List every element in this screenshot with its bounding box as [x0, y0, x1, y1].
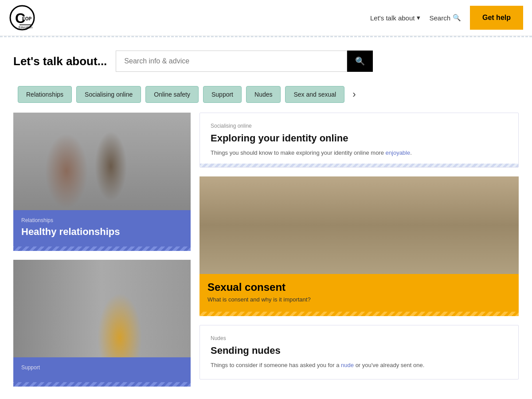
card-healthy-relationships[interactable]: Relationships Healthy relationships — [13, 113, 191, 251]
card2-image — [13, 260, 191, 357]
card1-stripe — [13, 246, 191, 251]
search-input[interactable] — [116, 51, 347, 72]
card5-desc-link1[interactable]: nude — [341, 362, 354, 368]
card4-image — [200, 176, 519, 274]
card3-desc-link[interactable]: enjoyable — [386, 149, 411, 156]
card3-description: Things you should know to make exploring… — [211, 149, 508, 157]
card3-title: Exploring your identity online — [211, 133, 508, 144]
category-pill-relationships[interactable]: Relationships — [18, 86, 72, 103]
card4-title: Sexual consent — [207, 281, 511, 293]
nav-search-label: Search — [429, 14, 450, 22]
svg-text:Education: Education — [19, 26, 32, 29]
header-divider — [0, 36, 532, 37]
card1-overlay: Relationships Healthy relationships — [13, 210, 191, 246]
card5-category: Nudes — [211, 335, 508, 341]
nav-talk-about[interactable]: Let's talk about ▾ — [370, 14, 420, 22]
search-bar: 🔍 — [116, 51, 373, 72]
categories-next-button[interactable]: › — [349, 85, 359, 104]
card2-stripe — [13, 382, 191, 387]
right-column: Socialising online Exploring your identi… — [200, 113, 519, 387]
card3-category: Socialising online — [211, 123, 508, 129]
card1-category: Relationships — [21, 217, 183, 223]
header: C EOP Education Let's talk about ▾ Searc… — [0, 0, 532, 36]
card5-desc-mid: or you've already sent one. — [354, 362, 424, 368]
card5-title: Sending nudes — [211, 345, 508, 356]
hero-section: Let's talk about... 🔍 — [0, 37, 532, 81]
category-pill-sex[interactable]: Sex and sexual — [285, 86, 344, 103]
card-sexual-consent[interactable]: Sexual consent What is consent and why i… — [200, 176, 519, 316]
category-pill-support[interactable]: Support — [203, 86, 242, 103]
card5-desc-text1: Things to consider if someone has asked … — [211, 362, 341, 368]
card4-description: What is consent and why is it important? — [207, 296, 511, 303]
card3-desc-text1: Things you should know to make exploring… — [211, 149, 386, 156]
card3-desc-text2: . — [410, 149, 412, 156]
header-nav: Let's talk about ▾ Search 🔍 Get help — [370, 6, 523, 30]
category-pill-nudes[interactable]: Nudes — [246, 86, 281, 103]
search-icon: 🔍 — [453, 14, 461, 22]
logo-area: C EOP Education — [9, 4, 35, 31]
ceop-logo: C EOP Education — [9, 4, 35, 31]
category-pill-socialising[interactable]: Socialising online — [76, 86, 141, 103]
get-help-button[interactable]: Get help — [470, 6, 523, 30]
card1-title: Healthy relationships — [21, 226, 183, 238]
card-support[interactable]: Support — [13, 260, 191, 387]
card2-overlay: Support — [13, 357, 191, 382]
card3-stripe — [200, 164, 518, 167]
card-nudes[interactable]: Nudes Sending nudes Things to consider i… — [200, 325, 519, 380]
card4-stripe — [200, 312, 519, 316]
category-pill-online-safety[interactable]: Online safety — [145, 86, 199, 103]
search-submit-button[interactable]: 🔍 — [347, 51, 373, 72]
category-pills: Relationships Socialising online Online … — [0, 81, 532, 108]
page-title: Let's talk about... — [13, 55, 107, 68]
search-submit-icon: 🔍 — [355, 57, 365, 66]
card5-description: Things to consider if someone has asked … — [211, 361, 508, 370]
card1-image — [13, 113, 191, 210]
card-identity-online[interactable]: Socialising online Exploring your identi… — [200, 113, 519, 168]
card4-overlay: Sexual consent What is consent and why i… — [200, 274, 519, 312]
card2-category: Support — [21, 364, 183, 371]
nav-search[interactable]: Search 🔍 — [429, 14, 461, 22]
nav-talk-label: Let's talk about — [370, 14, 415, 22]
left-column: Relationships Healthy relationships Supp… — [13, 113, 191, 387]
main-content: Relationships Healthy relationships Supp… — [0, 108, 532, 399]
chevron-down-icon: ▾ — [417, 14, 420, 22]
svg-text:EOP: EOP — [22, 16, 31, 21]
